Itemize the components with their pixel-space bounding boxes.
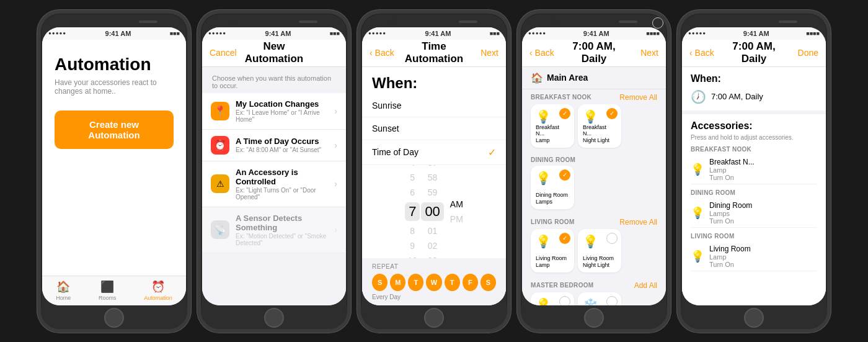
option-timeofday[interactable]: Time of Day ✓: [362, 140, 506, 165]
add-all-master[interactable]: Add All: [634, 281, 657, 290]
room-breakfast-nook: BREAKFAST NOOK Remove All 💡 Breakfast N.…: [522, 89, 666, 151]
ampm-picker[interactable]: AM PM: [450, 199, 463, 224]
day-T2[interactable]: T: [445, 274, 460, 291]
main-area-label: Main Area: [547, 73, 588, 83]
time-3: 9:41 AM: [425, 30, 451, 37]
minute-picker[interactable]: 57 58 59 00 01 02 03: [421, 165, 443, 258]
nav-title-2: New Automation: [241, 40, 308, 65]
option-sensor-sub: Ex: "Motion Detected" or "Smoke Detected…: [236, 233, 328, 246]
day-T1[interactable]: T: [408, 274, 423, 291]
acc-empty-master-lamp: [559, 296, 570, 305]
status-bar-4: ●●●●● 9:41 AM ■■■■: [522, 27, 666, 40]
tab-rooms[interactable]: ⬛ Rooms: [99, 280, 117, 301]
home-button-5[interactable]: [744, 308, 764, 328]
back-button-3[interactable]: ‹ Back: [370, 48, 401, 58]
signal-1: ●●●●●: [48, 30, 66, 36]
time-1: 9:41 AM: [105, 30, 131, 37]
status-bar-2: ●●●●● 9:41 AM ■■■: [202, 27, 346, 40]
when-time-value: 7:00 AM, Daily: [711, 92, 763, 101]
location-icon: 📍: [211, 102, 229, 120]
day-F[interactable]: F: [463, 274, 478, 291]
day-M[interactable]: M: [390, 274, 405, 291]
acc-breakfast-lamp[interactable]: 💡 Breakfast N...Lamp ✓: [531, 104, 574, 148]
accessories-breakfast: 💡 Breakfast N...Lamp ✓ 💡 Breakfast N...N…: [522, 104, 666, 151]
pm-option: PM: [450, 214, 463, 224]
room-name-master: MASTER BEDROOM: [531, 282, 593, 289]
repeat-section: REPEAT S M T W T F S Every Day: [362, 258, 506, 305]
nav-title-5: 7:00 AM, Daily: [720, 40, 787, 65]
option-accessory[interactable]: ⚠ An Accessory is Controlled Ex: "Light …: [202, 161, 346, 207]
option-time[interactable]: ⏰ A Time of Day Occurs Ex: "At 8:00 AM" …: [202, 130, 346, 161]
option-location[interactable]: 📍 My Location Changes Ex: "I Leave Home"…: [202, 93, 346, 130]
tab-home-label: Home: [56, 295, 71, 301]
min-59: 59: [428, 187, 438, 197]
day-circles: S M T W T F S: [372, 274, 496, 291]
remove-all-living[interactable]: Remove All: [619, 218, 657, 227]
phone-5: ●●●●● 9:41 AM ■■■■ ‹ Back 7:00 AM, Daily…: [677, 10, 831, 333]
acc-check-living-lamp: ✓: [559, 233, 570, 244]
room-master: MASTER BEDROOM Add All 💡 Master Bed... ❄…: [522, 277, 666, 305]
day-S1[interactable]: S: [372, 274, 388, 291]
remove-all-breakfast[interactable]: Remove All: [619, 93, 657, 102]
nav-title-3: Time Automation: [401, 40, 467, 65]
home-button-4[interactable]: [584, 308, 604, 328]
rooms-icon: ⬛: [100, 280, 114, 294]
summary-acc-living[interactable]: 💡 Living Room Lamp Turn On: [691, 242, 817, 271]
nav-bar-3: ‹ Back Time Automation Next: [362, 40, 506, 67]
accessory-icon: ⚠: [211, 174, 229, 193]
day-S2[interactable]: S: [480, 274, 496, 291]
time-picker[interactable]: 4 5 6 7 8 9 10 57 58 59 00: [362, 165, 506, 258]
summary-acc-breakfast[interactable]: 💡 Breakfast N... Lamp Turn On: [691, 155, 817, 184]
acc-breakfast-nightlight[interactable]: 💡 Breakfast N...Night Light ✓: [578, 104, 621, 148]
home-button-3[interactable]: [424, 308, 444, 328]
chevron-icon: ›: [334, 106, 337, 116]
time-2: 9:41 AM: [265, 30, 291, 37]
tab-home[interactable]: 🏠 Home: [56, 280, 71, 301]
main-area-screen: 🏠 Main Area BREAKFAST NOOK Remove All 💡: [522, 67, 666, 305]
min-58: 58: [428, 173, 438, 182]
summary-acc-dining[interactable]: 💡 Dining Room Lamps Turn On: [691, 199, 817, 228]
automation-subtitle: Have your accessories react to changes a…: [55, 78, 174, 96]
every-day-text: Every Day: [372, 294, 496, 300]
next-button-3[interactable]: Next: [467, 48, 498, 58]
create-automation-button[interactable]: Create new Automation: [55, 110, 174, 149]
acc-check-breakfast-nl: ✓: [606, 108, 618, 119]
sunrise-label: Sunrise: [372, 101, 401, 110]
sensor-icon: 📡: [211, 220, 229, 239]
tab-automation[interactable]: ⏰ Automation: [144, 280, 172, 301]
hour-6: 6: [410, 187, 415, 197]
nav-bar-5: ‹ Back 7:00 AM, Daily Done: [682, 40, 826, 67]
option-sunrise[interactable]: Sunrise: [362, 94, 506, 117]
acc-living-nightlight[interactable]: 💡 Living RoomNight Light: [578, 229, 621, 272]
cancel-button[interactable]: Cancel: [210, 48, 241, 58]
day-W[interactable]: W: [426, 274, 441, 291]
home-button-2[interactable]: [264, 308, 284, 328]
home-button-1[interactable]: [104, 308, 124, 328]
back-button-5[interactable]: ‹ Back: [689, 48, 720, 58]
when-section: When: 🕖 7:00 AM, Daily: [682, 67, 826, 110]
acc-master-lamp[interactable]: 💡 Master Bed...: [531, 292, 574, 305]
hour-picker[interactable]: 4 5 6 7 8 9 10: [405, 165, 420, 258]
summary-room-dining: DINING ROOM: [691, 189, 817, 196]
checkmark-icon: ✓: [488, 146, 496, 158]
automation-options-list: 📍 My Location Changes Ex: "I Leave Home"…: [202, 93, 346, 253]
option-accessory-title: An Accessory is Controlled: [236, 168, 328, 186]
acc-living-lamp[interactable]: 💡 Living RoomLamp ✓: [531, 229, 574, 272]
when-title: When:: [691, 73, 817, 84]
hour-7: 7: [405, 202, 420, 221]
home-icon: 🏠: [56, 280, 70, 294]
option-sunset[interactable]: Sunset: [362, 117, 506, 140]
accessories-sub: Press and hold to adjust accessories.: [691, 134, 817, 141]
bulb-icon-l: 💡: [691, 250, 704, 263]
acc-dining-lamps[interactable]: 💡 Dining RoomLamps ✓: [531, 166, 574, 209]
option-accessory-sub: Ex: "Light Turns On" or "Door Opened": [236, 187, 328, 200]
acc-master-fan[interactable]: ❄️ Master Bed...: [578, 292, 621, 305]
done-button[interactable]: Done: [787, 48, 818, 58]
chevron-icon-2: ›: [334, 140, 337, 150]
battery-3: ■■■: [490, 30, 500, 37]
back-button-4[interactable]: ‹ Back: [529, 48, 560, 58]
next-button-4[interactable]: Next: [627, 48, 658, 58]
automation-home-screen: Automation Have your accessories react t…: [42, 40, 186, 276]
bulb-icon-d: 💡: [691, 206, 704, 220]
phone-4: ●●●●● 9:41 AM ■■■■ ‹ Back 7:00 AM, Daily…: [517, 10, 671, 333]
